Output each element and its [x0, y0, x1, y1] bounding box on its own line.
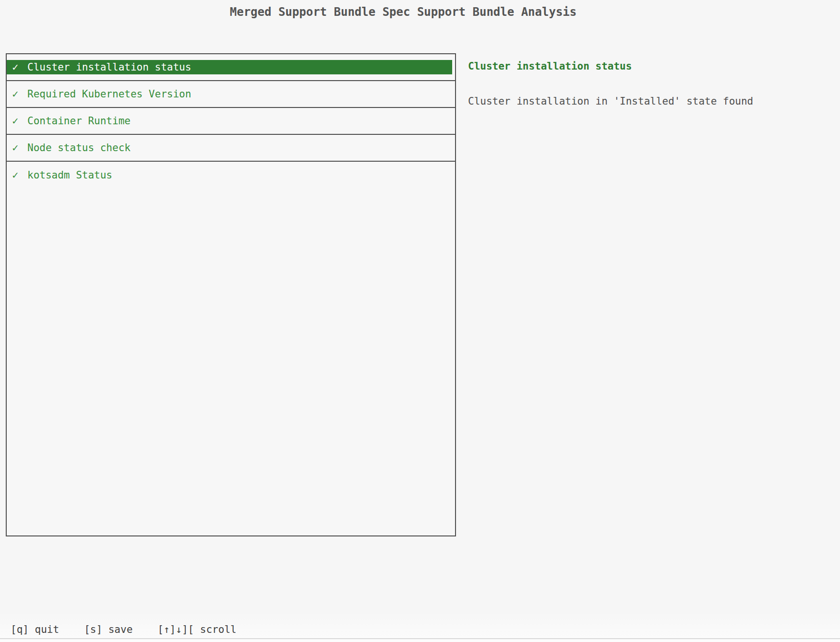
analyzer-list-item[interactable]: ✓ Container Runtime: [7, 108, 455, 135]
page-title: Merged Support Bundle Spec Support Bundl…: [0, 5, 806, 19]
list-item-label: kotsadm Status: [27, 169, 112, 181]
list-item-label: Cluster installation status: [27, 61, 191, 73]
analyzer-list-item[interactable]: ✓ Node status check: [7, 135, 455, 162]
list-item-highlight: ✓ Node status check: [7, 141, 452, 155]
check-icon: ✓: [7, 170, 27, 180]
hotkey-save: [s] save: [84, 624, 132, 635]
list-item-highlight: ✓ Container Runtime: [7, 114, 452, 128]
detail-heading: Cluster installation status: [468, 60, 830, 72]
hotkey-bar: [q] quit[s] save[↑]↓][ scroll: [11, 624, 262, 635]
hotkey-quit: [q] quit: [11, 624, 59, 635]
check-icon: ✓: [7, 89, 27, 99]
hotkey-scroll: [↑]↓][ scroll: [157, 624, 236, 635]
list-item-label: Required Kubernetes Version: [27, 88, 191, 100]
detail-panel: Cluster installation status Cluster inst…: [468, 53, 830, 107]
analyzer-list: ✓ Cluster installation status ✓ Required…: [6, 53, 456, 536]
check-icon: ✓: [7, 143, 27, 153]
analyzer-list-item[interactable]: ✓ Cluster installation status: [7, 54, 455, 81]
check-icon: ✓: [7, 116, 27, 126]
analyzer-list-item[interactable]: ✓ kotsadm Status: [7, 162, 455, 189]
list-item-label: Node status check: [27, 142, 131, 154]
window-bottom-edge: [0, 638, 840, 642]
list-item-label: Container Runtime: [27, 115, 131, 127]
list-item-highlight: ✓ kotsadm Status: [7, 168, 452, 182]
check-icon: ✓: [7, 62, 27, 72]
list-item-highlight: ✓ Required Kubernetes Version: [7, 87, 452, 101]
list-item-highlight: ✓ Cluster installation status: [7, 60, 452, 74]
analyzer-list-item[interactable]: ✓ Required Kubernetes Version: [7, 81, 455, 108]
detail-message: Cluster installation in 'Installed' stat…: [468, 95, 830, 107]
